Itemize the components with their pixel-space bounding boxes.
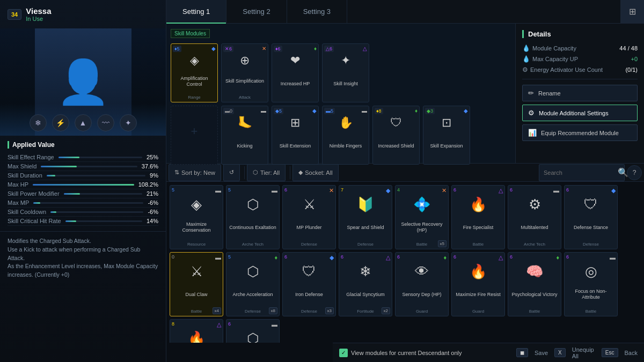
- equipped-module-skill-extension[interactable]: ◆5 ◆ ⊞ Skill Extension: [272, 106, 319, 165]
- stat-bar-container: [47, 175, 145, 176]
- module-icon: ⚔: [191, 263, 203, 280]
- count-badge: x8: [269, 307, 277, 314]
- stat-name: Skill Power Modifier: [8, 190, 60, 197]
- character-name: Viessa: [26, 6, 51, 16]
- list-item[interactable]: 6 ♦ 🧠 Psychological Victory Battle: [508, 252, 561, 316]
- stat-bar-container: [33, 202, 143, 204]
- list-item[interactable]: 0 ▬ ⚔ Dual Claw Battle x4: [170, 252, 223, 316]
- equipped-module-skill-insight[interactable]: △6 △ ✦ Skill Insight: [322, 43, 369, 102]
- tab-setting1[interactable]: Setting 1: [166, 0, 226, 24]
- main-area: Setting 1 Setting 2 Setting 3 ⊞ Skill Mo…: [166, 0, 644, 362]
- list-item[interactable]: 6 ♦ 👁 Sensory Dep (HP) Guard: [395, 252, 449, 316]
- module-tier: 5: [228, 254, 231, 260]
- ability-icon-2[interactable]: ⚡: [52, 114, 69, 131]
- equip-recommended-label: Equip Recommended Module: [541, 130, 619, 136]
- equipped-module-kicking[interactable]: ▬0 ▬ 🦶 Kicking: [221, 106, 268, 165]
- list-item[interactable]: 5 ▬ ◈ Maximize Conservation Resource: [170, 185, 223, 249]
- ability-icon-5[interactable]: ✦: [120, 114, 137, 131]
- equip-recommended-button[interactable]: 📊 Equip Recommended Module: [522, 124, 638, 141]
- equipped-module-amplification[interactable]: ♦5 ◆ ◈ Amplification Control Range: [171, 43, 218, 102]
- search-box: 🔍: [539, 164, 625, 181]
- list-item[interactable]: 6 ✕ ⚔ MP Plunder Defense: [282, 185, 336, 249]
- ability-icon-4[interactable]: 〰: [97, 114, 114, 131]
- socket-icon: ◆: [330, 254, 334, 261]
- filter-divider: [244, 166, 245, 179]
- descendant-filter-checkbox[interactable]: ✓: [339, 349, 348, 357]
- module-tier: 6: [510, 187, 513, 193]
- list-item[interactable]: 7 ◆ 🔰 Spear and Shield Defense: [339, 185, 392, 249]
- descendant-filter-label: View modules for current Descendant only: [351, 350, 462, 356]
- module-tier: 4: [397, 187, 400, 193]
- module-name: Nimble Fingers: [330, 143, 362, 149]
- equipped-module-empty[interactable]: +: [171, 106, 218, 165]
- module-tier: 6: [453, 254, 456, 260]
- module-tier: 6: [566, 254, 569, 260]
- module-icon: 👁: [415, 263, 429, 280]
- equipped-module-nimble-fingers[interactable]: ▬5 ▬ ✋ Nimble Fingers: [322, 106, 369, 165]
- list-item[interactable]: 6 △ 🔥 Maximize Fire Resist Guard: [451, 252, 505, 316]
- stat-value: 9%: [150, 172, 158, 179]
- tier-label: Tier: All: [260, 169, 280, 176]
- module-icon: 🛡: [390, 116, 402, 130]
- module-icon: ⬡: [247, 330, 259, 343]
- tab-setting2[interactable]: Setting 2: [226, 0, 287, 24]
- socket-icon: ◆: [298, 169, 303, 176]
- additional-settings-button[interactable]: ⚙ Module Additional Settings: [522, 105, 638, 121]
- module-tier: 6: [510, 254, 513, 260]
- list-item[interactable]: 6 ▬ ⬡ Dimension Master Battle: [226, 319, 280, 343]
- equipped-module-increased-hp[interactable]: ♦6 ♦ ❤ Increased HP: [272, 43, 319, 102]
- module-icon: ❤: [290, 54, 300, 68]
- filter-bar: ⇅ Sort by: New ↺ ⬡ Tier: All ◆ Socket: A…: [166, 163, 644, 182]
- module-type: Fortitude: [357, 309, 374, 314]
- skill-modules-label: Skill Modules: [171, 29, 210, 38]
- refresh-button[interactable]: ↺: [223, 164, 240, 181]
- socket-icon: △: [386, 254, 390, 261]
- module-type: Attack: [239, 95, 251, 100]
- tab-setting3[interactable]: Setting 3: [287, 0, 347, 24]
- tier-filter-button[interactable]: ⬡ Tier: All: [247, 164, 286, 181]
- module-type: Defense: [301, 309, 317, 314]
- capacity-icon: 💧: [522, 45, 530, 52]
- energy-value: (0/1): [625, 67, 638, 73]
- list-item[interactable]: 6 ◆ 🛡 Iron Defense Defense x3: [282, 252, 336, 316]
- module-name: Amplification Control: [173, 76, 215, 87]
- list-item[interactable]: 6 ◆ 🛡 Defense Stance Defense: [564, 185, 618, 249]
- stat-row: Skill Power Modifier 21%: [8, 189, 158, 198]
- module-type: Battle: [529, 309, 540, 314]
- tier-icon: ⬡: [253, 169, 258, 176]
- socket-icon: ♦: [415, 108, 418, 114]
- list-item[interactable]: 5 ▬ ⬡ Continuous Exaltation Arche Tech: [226, 185, 280, 249]
- socket-filter-button[interactable]: ◆ Socket: All: [292, 164, 338, 181]
- search-input[interactable]: [544, 169, 618, 176]
- module-name: Maximize Conservation: [172, 221, 221, 233]
- list-item[interactable]: 6 ▬ ⚙ Multitalented Arche Tech: [508, 185, 561, 249]
- module-icon: 🛡: [302, 263, 316, 280]
- list-item[interactable]: 6 △ 🔥 Fire Specialist Battle: [451, 185, 505, 249]
- sort-button[interactable]: ⇅ Sort by: New: [169, 164, 221, 181]
- module-type: Battle: [473, 242, 484, 247]
- rename-button[interactable]: ✏ Rename: [522, 85, 638, 101]
- list-item[interactable]: 5 ♦ ⬡ Arche Acceleration Defense x8: [226, 252, 280, 316]
- ability-icon-3[interactable]: ▲: [75, 114, 92, 131]
- module-tier: 7: [341, 187, 343, 193]
- equipped-module-increased-shield[interactable]: ♦8 ♦ 🛡 Increased Shield: [372, 106, 420, 165]
- grid-layout-button[interactable]: ⊞: [620, 0, 644, 24]
- modules-area: Skill Modules ♦5 ◆ ◈ Amplification Contr…: [166, 24, 644, 343]
- stat-bar: [65, 220, 76, 222]
- list-item[interactable]: 6 △ ❄ Glacial Syncytium Fortitude x2: [339, 252, 392, 316]
- socket-icon: ▬: [272, 321, 277, 328]
- equipped-module-skill-expansion[interactable]: ◆3 ◆ ⊡ Skill Expansion: [423, 106, 470, 165]
- applied-value-title: Applied Value: [8, 141, 158, 149]
- stat-bar-container: [41, 166, 137, 167]
- module-icon: ⊞: [290, 116, 300, 130]
- list-item[interactable]: 6 ▬ ◎ Focus on Non-Attribute Battle: [564, 252, 618, 316]
- module-type: Guard: [472, 309, 484, 314]
- list-item[interactable]: 4 ✕ 💠 Selective Recovery (HP) Battle x5: [395, 185, 449, 249]
- module-tier: 6: [284, 254, 287, 260]
- help-button[interactable]: ?: [627, 165, 642, 180]
- ability-icon-1[interactable]: ❄: [30, 114, 47, 131]
- module-tier: 6: [228, 321, 231, 327]
- stat-value: 21%: [147, 190, 158, 197]
- equipped-module-simplification[interactable]: ✕6 ✕ ⊕ Skill Simplification Attack: [221, 43, 268, 102]
- list-item[interactable]: 8 △ 🔥 Maximize Fire Resist Guard: [170, 319, 223, 343]
